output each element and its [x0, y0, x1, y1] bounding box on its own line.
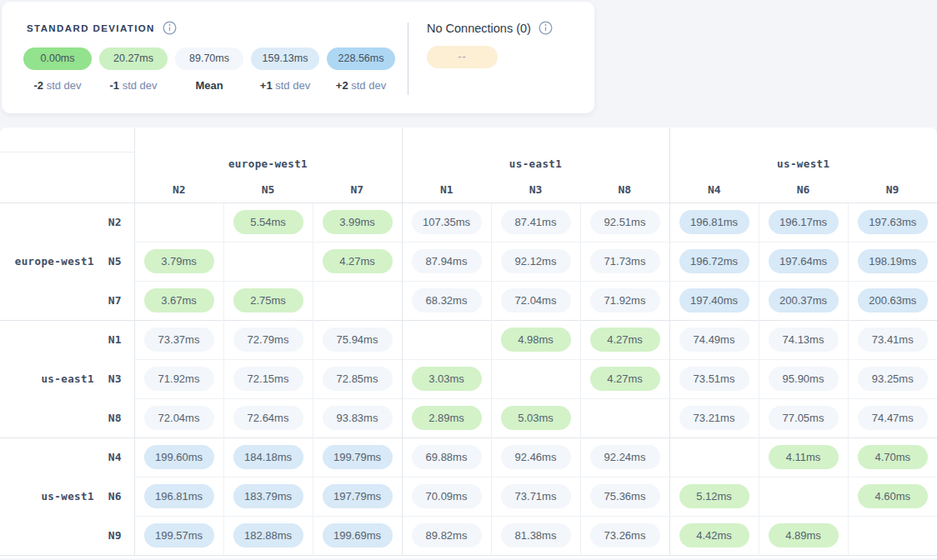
latency-pill[interactable]: 199.57ms — [144, 523, 214, 548]
latency-pill[interactable]: 196.72ms — [679, 249, 749, 273]
latency-pill[interactable]: 198.19ms — [858, 249, 928, 273]
latency-pill[interactable]: 5.54ms — [233, 210, 303, 234]
latency-pill[interactable]: 73.37ms — [144, 328, 214, 352]
latency-cell: 73.26ms — [580, 516, 669, 555]
latency-pill[interactable]: 183.79ms — [233, 484, 303, 508]
no-connections-pill: -- — [427, 46, 498, 68]
latency-pill[interactable]: 95.90ms — [769, 367, 839, 391]
row-node-label: N4 — [108, 451, 122, 463]
latency-pill[interactable]: 4.42ms — [679, 523, 749, 548]
latency-pill[interactable]: 72.64ms — [233, 406, 303, 430]
latency-pill[interactable]: 200.37ms — [769, 288, 839, 312]
latency-pill[interactable]: 197.40ms — [679, 288, 749, 312]
latency-pill[interactable]: 70.09ms — [412, 484, 482, 508]
latency-pill[interactable]: 74.13ms — [769, 328, 839, 352]
latency-pill[interactable]: 4.60ms — [858, 484, 928, 508]
latency-pill[interactable]: 81.38ms — [501, 523, 571, 548]
latency-pill[interactable]: 73.41ms — [858, 328, 928, 352]
latency-pill[interactable]: 89.82ms — [412, 523, 482, 548]
latency-pill[interactable]: 72.15ms — [233, 367, 303, 391]
latency-pill[interactable]: 71.92ms — [590, 288, 660, 312]
latency-cell: 5.03ms — [491, 398, 580, 438]
self-cell — [848, 516, 937, 555]
latency-pill[interactable]: 196.81ms — [144, 484, 214, 508]
latency-cell: 71.73ms — [580, 242, 669, 281]
latency-cell: 72.79ms — [223, 320, 313, 359]
latency-pill[interactable]: 68.32ms — [412, 288, 482, 312]
latency-pill[interactable]: 107.35ms — [412, 210, 482, 234]
latency-cell: 73.71ms — [491, 477, 580, 516]
latency-cell: 107.35ms — [402, 202, 491, 242]
legend-item: 228.56ms+2 std dev — [327, 48, 395, 92]
latency-pill[interactable]: 4.27ms — [590, 328, 660, 352]
latency-pill[interactable]: 182.88ms — [233, 523, 303, 548]
latency-pill[interactable]: 5.12ms — [679, 484, 749, 508]
latency-cell: 93.83ms — [313, 398, 402, 438]
self-cell — [759, 477, 848, 516]
latency-pill[interactable]: 77.05ms — [769, 406, 839, 430]
latency-cell: 87.94ms — [402, 242, 491, 281]
latency-pill[interactable]: 3.99ms — [323, 210, 393, 234]
latency-pill[interactable]: 75.94ms — [323, 328, 393, 352]
latency-pill[interactable]: 87.94ms — [412, 249, 482, 273]
latency-pill[interactable]: 4.27ms — [323, 249, 393, 273]
latency-pill[interactable]: 93.83ms — [323, 406, 393, 430]
latency-pill[interactable]: 199.60ms — [144, 445, 214, 469]
latency-pill[interactable]: 92.46ms — [501, 445, 571, 469]
latency-cell: 197.64ms — [759, 242, 848, 281]
latency-pill[interactable]: 87.41ms — [501, 210, 571, 234]
latency-pill[interactable]: 2.75ms — [233, 288, 303, 312]
latency-pill[interactable]: 74.47ms — [858, 406, 928, 430]
latency-pill[interactable]: 4.98ms — [501, 328, 571, 352]
latency-pill[interactable]: 72.85ms — [323, 367, 393, 391]
latency-pill[interactable]: 197.63ms — [858, 210, 928, 234]
latency-pill[interactable]: 74.49ms — [679, 328, 749, 352]
latency-pill[interactable]: 184.18ms — [233, 445, 303, 469]
latency-pill[interactable]: 199.69ms — [323, 523, 393, 548]
latency-pill[interactable]: 4.11ms — [769, 445, 839, 469]
matrix-row: N73.67ms2.75ms68.32ms72.04ms71.92ms197.4… — [0, 281, 937, 320]
info-icon[interactable] — [163, 21, 177, 35]
latency-pill[interactable]: 73.51ms — [679, 367, 749, 391]
latency-pill[interactable]: 71.73ms — [590, 249, 660, 273]
matrix-row: N4199.60ms184.18ms199.79ms69.88ms92.46ms… — [0, 438, 937, 477]
latency-cell: 196.81ms — [134, 477, 223, 516]
latency-pill[interactable]: 2.89ms — [412, 406, 482, 430]
latency-pill[interactable]: 197.64ms — [769, 249, 839, 273]
latency-pill[interactable]: 72.04ms — [144, 406, 214, 430]
latency-pill[interactable]: 3.03ms — [412, 367, 482, 391]
latency-cell: 73.51ms — [669, 359, 759, 398]
latency-pill[interactable]: 3.79ms — [144, 249, 214, 273]
latency-pill[interactable]: 92.12ms — [501, 249, 571, 273]
latency-cell: 197.79ms — [313, 477, 402, 516]
latency-pill[interactable]: 5.03ms — [501, 406, 571, 430]
latency-pill[interactable]: 92.51ms — [590, 210, 660, 234]
latency-pill[interactable]: 72.79ms — [233, 328, 303, 352]
latency-pill[interactable]: 196.81ms — [679, 210, 749, 234]
latency-pill[interactable]: 73.21ms — [679, 406, 749, 430]
latency-pill[interactable]: 73.26ms — [590, 523, 660, 548]
latency-pill[interactable]: 69.88ms — [412, 445, 482, 469]
latency-pill[interactable]: 75.36ms — [590, 484, 660, 508]
latency-pill[interactable]: 196.17ms — [769, 210, 839, 234]
latency-pill[interactable]: 200.63ms — [858, 288, 928, 312]
latency-cell: 73.37ms — [134, 320, 223, 359]
latency-pill[interactable]: 92.24ms — [590, 445, 660, 469]
legend-item: 0.00ms-2 std dev — [23, 48, 92, 92]
latency-pill[interactable]: 73.71ms — [501, 484, 571, 508]
latency-pill[interactable]: 93.25ms — [858, 367, 928, 391]
latency-pill[interactable]: 4.70ms — [858, 445, 928, 469]
info-icon[interactable] — [539, 21, 553, 35]
row-region-label: us-west1 — [41, 490, 93, 502]
latency-pill[interactable]: 4.89ms — [769, 523, 839, 548]
latency-cell: 196.72ms — [669, 242, 759, 281]
latency-pill[interactable]: 199.79ms — [323, 445, 393, 469]
latency-pill[interactable]: 197.79ms — [323, 484, 393, 508]
matrix-row: N9199.57ms182.88ms199.69ms89.82ms81.38ms… — [0, 516, 937, 555]
latency-pill[interactable]: 3.67ms — [144, 288, 214, 312]
row-label-cell: N1 — [0, 320, 134, 359]
column-node-header: N7 — [313, 178, 402, 202]
latency-pill[interactable]: 71.92ms — [144, 367, 214, 391]
latency-pill[interactable]: 72.04ms — [501, 288, 571, 312]
latency-pill[interactable]: 4.27ms — [590, 367, 660, 391]
